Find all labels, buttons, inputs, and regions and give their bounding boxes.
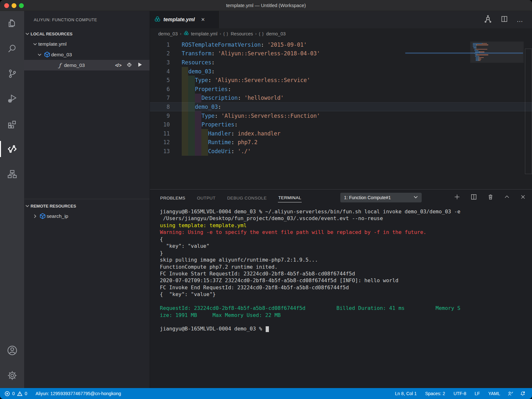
code-text: Type: 'Aliyun::Serverless::Service' (182, 76, 310, 85)
remote-resources-section: REMOTE RESOURCES search_ip (24, 199, 150, 221)
chevron-down-icon (32, 42, 38, 46)
vscode-window: template.yml — Untitled (Workspace) (0, 0, 532, 399)
breadcrumb-item[interactable]: template.yml (191, 31, 217, 36)
tree-row-search_ip[interactable]: search_ip (24, 211, 150, 221)
sidebar-title: ALIYUN: FUNCTION COMPUTE (24, 11, 150, 29)
close-panel-icon[interactable] (520, 194, 526, 201)
code-text: Properties: (182, 120, 238, 129)
zoom-window-button[interactable] (19, 3, 24, 8)
local-resources-header[interactable]: LOCAL RESOURCES (24, 29, 150, 39)
search-icon[interactable] (0, 36, 24, 61)
settings-gear-icon[interactable] (0, 363, 24, 388)
line-number: 6 (150, 85, 182, 94)
view-code-icon[interactable]: </ > (115, 63, 121, 68)
terminal-line: FunctionCompute php7.2 runtime inited. (160, 264, 532, 270)
resource-graph-icon[interactable] (484, 15, 492, 24)
run-debug-icon[interactable] (0, 86, 24, 111)
code-line-8[interactable]: 8demo_03: (150, 102, 532, 111)
status-item-language-mode[interactable]: YAML (484, 391, 504, 396)
run-function-icon[interactable] (137, 62, 142, 69)
code-text: CodeUri: './' (182, 147, 251, 156)
tree-row-template.yml[interactable]: template.yml (24, 39, 150, 49)
warning-count: 0 (25, 391, 27, 396)
terminal-line: ize: 1991 MB Max Memory Used: 22 MB (160, 312, 532, 319)
terminal-selector-dropdown[interactable]: 1: Function Compute#1 (340, 193, 422, 202)
code-line-7[interactable]: 7Description: 'helloworld' (150, 94, 532, 103)
tab-bar: template.yml ✕ … (150, 11, 532, 28)
terminal-line: FC Invoke End RequestId: 23224cd0-2bf8-4… (160, 284, 532, 291)
terminal-line: Warning: Using -e to specify the event f… (160, 229, 532, 236)
chevron-right-icon (32, 214, 38, 218)
line-number: 12 (150, 138, 182, 147)
notifications-bell-icon[interactable] (517, 390, 529, 397)
status-item-encoding[interactable]: UTF-8 (449, 391, 471, 396)
window-title: template.yml — Untitled (Workspace) (226, 3, 306, 8)
close-window-button[interactable] (4, 3, 9, 8)
tree-row-demo_03[interactable]: ƒdemo_03</ > (24, 60, 150, 70)
extensions-icon[interactable] (0, 111, 24, 136)
editor-scrollbar[interactable] (525, 49, 532, 174)
minimap[interactable] (473, 43, 521, 61)
breadcrumb-item[interactable]: Resources (231, 31, 253, 36)
tree-row-demo_03[interactable]: demo_03 (24, 49, 150, 60)
code-editor[interactable]: 1ROSTemplateFormatVersion: '2015-09-01'2… (150, 39, 532, 189)
tab-close-icon[interactable]: ✕ (201, 17, 205, 23)
split-terminal-icon[interactable] (470, 193, 477, 202)
debug-function-icon[interactable] (126, 62, 132, 69)
chevron-down-icon (24, 32, 31, 36)
explorer-icon[interactable] (0, 11, 24, 36)
cube-icon (38, 213, 47, 219)
more-actions-icon[interactable]: … (517, 16, 524, 23)
local-resources-section: LOCAL RESOURCES template.ymldemo_03ƒdemo… (24, 29, 150, 70)
code-line-12[interactable]: 12Runtime: php7.2 (150, 138, 532, 147)
aliyun-account-status[interactable]: Aliyun: 1295939377467795@cn-hongkong (36, 391, 121, 396)
breadcrumb-item[interactable]: demo_03 (158, 31, 178, 36)
function-icon: ƒ (56, 62, 64, 69)
code-line-5[interactable]: 5Type: 'Aliyun::Serverless::Service' (150, 76, 532, 85)
maximize-panel-icon[interactable] (504, 194, 510, 201)
account-icon[interactable] (0, 338, 24, 363)
code-text: demo_03: (182, 102, 221, 111)
new-terminal-icon[interactable] (454, 193, 461, 202)
minimize-window-button[interactable] (12, 3, 16, 8)
problems-status[interactable]: 0 0 (5, 391, 27, 396)
terminal-output[interactable]: jiangyu@B-165MLVDL-0004 demo_03 % ~/.ali… (150, 206, 532, 388)
panel-tab-output[interactable]: OUTPUT (197, 193, 216, 202)
terminal-line: } (160, 250, 532, 256)
code-line-10[interactable]: 10Properties: (150, 120, 532, 129)
code-line-6[interactable]: 6Properties: (150, 85, 532, 94)
status-item-cursor-position[interactable]: Ln 8, Col 1 (391, 391, 421, 396)
panel-tab-debug-console[interactable]: DEBUG CONSOLE (227, 193, 267, 202)
breadcrumb-item[interactable]: demo_03 (266, 31, 286, 36)
terminal-line (160, 319, 532, 325)
panel-tab-terminal[interactable]: TERMINAL (278, 193, 301, 202)
status-item-indentation[interactable]: Spaces: 2 (421, 391, 449, 396)
code-line-13[interactable]: 13CodeUri: './' (150, 147, 532, 156)
code-line-11[interactable]: 11Handler: index.handler (150, 129, 532, 138)
code-text: ROSTemplateFormatVersion: '2015-09-01' (182, 40, 307, 49)
remote-resources-header[interactable]: REMOTE RESOURCES (24, 201, 150, 211)
tab-template-yml[interactable]: template.yml ✕ (150, 11, 219, 28)
code-line-9[interactable]: 9Type: 'Aliyun::Serverless::Function' (150, 111, 532, 120)
resource-deploy-icon[interactable] (0, 162, 24, 187)
chevron-down-icon (36, 53, 43, 57)
feedback-icon[interactable] (504, 390, 517, 397)
remote-resources-tree: search_ip (24, 211, 150, 221)
aliyun-file-icon (184, 31, 189, 37)
chevron-down-icon (24, 204, 31, 208)
aliyun-serverless-icon[interactable] (0, 136, 24, 162)
code-line-4[interactable]: 4demo_03: (150, 67, 532, 76)
line-number: 13 (150, 147, 182, 156)
title-bar: template.yml — Untitled (Workspace) (0, 0, 532, 11)
line-number: 2 (150, 49, 182, 58)
panel-tab-problems[interactable]: PROBLEMS (160, 193, 186, 202)
line-number: 7 (150, 94, 182, 103)
bottom-panel: PROBLEMSOUTPUTDEBUG CONSOLETERMINAL 1: F… (150, 189, 532, 388)
line-number: 11 (150, 129, 182, 138)
status-item-eol[interactable]: LF (471, 391, 484, 396)
source-control-icon[interactable] (0, 61, 24, 86)
split-editor-icon[interactable] (500, 15, 508, 24)
terminal-line: "key": "value" (160, 243, 532, 249)
line-number: 9 (150, 111, 182, 120)
kill-terminal-icon[interactable] (487, 193, 494, 202)
